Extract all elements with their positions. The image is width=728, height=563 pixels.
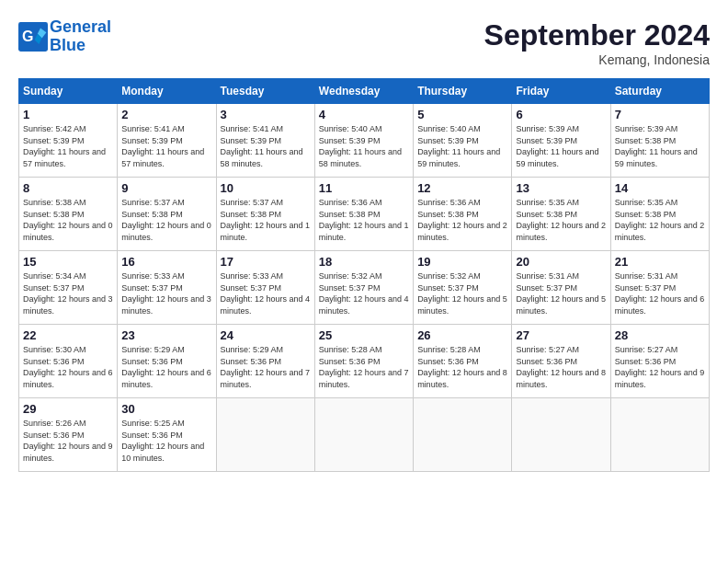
day-number: 1 — [23, 108, 113, 121]
day-number: 19 — [417, 255, 507, 269]
day-number: 2 — [121, 108, 211, 121]
calendar-cell: 30 Sunrise: 5:25 AM Sunset: 5:36 PM Dayl… — [118, 398, 216, 472]
day-number: 25 — [319, 328, 409, 342]
day-info: Sunrise: 5:33 AM Sunset: 5:37 PM Dayligh… — [121, 270, 211, 316]
day-info: Sunrise: 5:32 AM Sunset: 5:37 PM Dayligh… — [417, 270, 507, 316]
day-info: Sunrise: 5:30 AM Sunset: 5:36 PM Dayligh… — [23, 344, 113, 390]
day-info: Sunrise: 5:28 AM Sunset: 5:36 PM Dayligh… — [319, 344, 409, 390]
day-number: 11 — [319, 181, 409, 195]
day-info: Sunrise: 5:35 AM Sunset: 5:38 PM Dayligh… — [615, 197, 705, 243]
day-number: 12 — [417, 181, 507, 195]
calendar-cell: 26 Sunrise: 5:28 AM Sunset: 5:36 PM Dayl… — [414, 325, 512, 398]
calendar-row: 29 Sunrise: 5:26 AM Sunset: 5:36 PM Dayl… — [19, 398, 710, 472]
calendar-cell: 14 Sunrise: 5:35 AM Sunset: 5:38 PM Dayl… — [610, 178, 709, 251]
calendar-row: 8 Sunrise: 5:38 AM Sunset: 5:38 PM Dayli… — [19, 178, 710, 251]
calendar-row: 22 Sunrise: 5:30 AM Sunset: 5:36 PM Dayl… — [19, 325, 710, 398]
day-info: Sunrise: 5:33 AM Sunset: 5:37 PM Dayligh… — [221, 270, 311, 316]
calendar-row: 15 Sunrise: 5:34 AM Sunset: 5:37 PM Dayl… — [19, 251, 710, 325]
col-saturday: Saturday — [610, 79, 709, 104]
calendar-cell: 20 Sunrise: 5:31 AM Sunset: 5:37 PM Dayl… — [512, 251, 610, 325]
calendar-cell: 9 Sunrise: 5:37 AM Sunset: 5:38 PM Dayli… — [118, 178, 216, 251]
day-info: Sunrise: 5:31 AM Sunset: 5:37 PM Dayligh… — [615, 270, 705, 316]
day-info: Sunrise: 5:27 AM Sunset: 5:36 PM Dayligh… — [516, 344, 606, 390]
calendar-cell: 19 Sunrise: 5:32 AM Sunset: 5:37 PM Dayl… — [414, 251, 512, 325]
day-number: 5 — [417, 108, 507, 121]
day-number: 18 — [319, 255, 409, 269]
day-info: Sunrise: 5:29 AM Sunset: 5:36 PM Dayligh… — [221, 344, 311, 390]
day-number: 24 — [221, 328, 311, 342]
calendar-cell: 1 Sunrise: 5:42 AM Sunset: 5:39 PM Dayli… — [19, 104, 118, 178]
day-number: 21 — [615, 255, 705, 269]
calendar-cell: 23 Sunrise: 5:29 AM Sunset: 5:36 PM Dayl… — [118, 325, 216, 398]
calendar-cell: 16 Sunrise: 5:33 AM Sunset: 5:37 PM Dayl… — [118, 251, 216, 325]
day-number: 20 — [516, 255, 606, 269]
day-info: Sunrise: 5:25 AM Sunset: 5:36 PM Dayligh… — [121, 418, 211, 464]
calendar-row: 1 Sunrise: 5:42 AM Sunset: 5:39 PM Dayli… — [19, 104, 710, 178]
day-number: 27 — [516, 328, 606, 342]
day-info: Sunrise: 5:36 AM Sunset: 5:38 PM Dayligh… — [319, 197, 409, 243]
calendar-cell: 27 Sunrise: 5:27 AM Sunset: 5:36 PM Dayl… — [512, 325, 610, 398]
day-info: Sunrise: 5:31 AM Sunset: 5:37 PM Dayligh… — [516, 270, 606, 316]
day-info: Sunrise: 5:38 AM Sunset: 5:38 PM Dayligh… — [23, 197, 113, 243]
day-number: 8 — [23, 181, 113, 195]
calendar-cell: 4 Sunrise: 5:40 AM Sunset: 5:39 PM Dayli… — [314, 104, 413, 178]
day-number: 7 — [615, 108, 705, 121]
subtitle: Kemang, Indonesia — [484, 52, 710, 67]
calendar-cell: 24 Sunrise: 5:29 AM Sunset: 5:36 PM Dayl… — [216, 325, 314, 398]
calendar-cell — [216, 398, 314, 472]
day-number: 15 — [23, 255, 113, 269]
page: G General Blue September 2024 Kemang, In… — [0, 0, 728, 563]
calendar-cell: 6 Sunrise: 5:39 AM Sunset: 5:39 PM Dayli… — [512, 104, 610, 178]
calendar-cell: 22 Sunrise: 5:30 AM Sunset: 5:36 PM Dayl… — [19, 325, 118, 398]
day-info: Sunrise: 5:37 AM Sunset: 5:38 PM Dayligh… — [221, 197, 311, 243]
calendar-header-row: Sunday Monday Tuesday Wednesday Thursday… — [19, 79, 710, 104]
day-info: Sunrise: 5:41 AM Sunset: 5:39 PM Dayligh… — [121, 123, 211, 169]
calendar-cell — [512, 398, 610, 472]
calendar-cell: 18 Sunrise: 5:32 AM Sunset: 5:37 PM Dayl… — [314, 251, 413, 325]
calendar-cell: 28 Sunrise: 5:27 AM Sunset: 5:36 PM Dayl… — [610, 325, 709, 398]
day-info: Sunrise: 5:28 AM Sunset: 5:36 PM Dayligh… — [417, 344, 507, 390]
day-info: Sunrise: 5:27 AM Sunset: 5:36 PM Dayligh… — [615, 344, 705, 390]
day-info: Sunrise: 5:39 AM Sunset: 5:38 PM Dayligh… — [615, 123, 705, 169]
col-thursday: Thursday — [414, 79, 512, 104]
day-info: Sunrise: 5:39 AM Sunset: 5:39 PM Dayligh… — [516, 123, 606, 169]
calendar-cell — [414, 398, 512, 472]
col-wednesday: Wednesday — [314, 79, 413, 104]
col-friday: Friday — [512, 79, 610, 104]
day-number: 4 — [319, 108, 409, 121]
calendar-cell: 25 Sunrise: 5:28 AM Sunset: 5:36 PM Dayl… — [314, 325, 413, 398]
month-title: September 2024 — [484, 18, 710, 52]
day-info: Sunrise: 5:42 AM Sunset: 5:39 PM Dayligh… — [23, 123, 113, 169]
calendar-cell: 5 Sunrise: 5:40 AM Sunset: 5:39 PM Dayli… — [414, 104, 512, 178]
day-info: Sunrise: 5:29 AM Sunset: 5:36 PM Dayligh… — [121, 344, 211, 390]
day-info: Sunrise: 5:36 AM Sunset: 5:38 PM Dayligh… — [417, 197, 507, 243]
calendar-cell: 2 Sunrise: 5:41 AM Sunset: 5:39 PM Dayli… — [118, 104, 216, 178]
day-number: 22 — [23, 328, 113, 342]
calendar-cell — [314, 398, 413, 472]
day-info: Sunrise: 5:26 AM Sunset: 5:36 PM Dayligh… — [23, 418, 113, 464]
day-number: 9 — [121, 181, 211, 195]
day-number: 10 — [221, 181, 311, 195]
calendar-cell: 10 Sunrise: 5:37 AM Sunset: 5:38 PM Dayl… — [216, 178, 314, 251]
day-number: 29 — [23, 402, 113, 416]
calendar-cell: 15 Sunrise: 5:34 AM Sunset: 5:37 PM Dayl… — [19, 251, 118, 325]
day-number: 6 — [516, 108, 606, 121]
title-block: September 2024 Kemang, Indonesia — [484, 18, 710, 67]
col-tuesday: Tuesday — [216, 79, 314, 104]
col-monday: Monday — [118, 79, 216, 104]
day-number: 26 — [417, 328, 507, 342]
day-info: Sunrise: 5:37 AM Sunset: 5:38 PM Dayligh… — [121, 197, 211, 243]
calendar-cell: 3 Sunrise: 5:41 AM Sunset: 5:39 PM Dayli… — [216, 104, 314, 178]
day-info: Sunrise: 5:41 AM Sunset: 5:39 PM Dayligh… — [221, 123, 311, 169]
day-number: 28 — [615, 328, 705, 342]
day-number: 13 — [516, 181, 606, 195]
day-number: 14 — [615, 181, 705, 195]
logo: G General Blue — [18, 18, 111, 55]
calendar-cell: 8 Sunrise: 5:38 AM Sunset: 5:38 PM Dayli… — [19, 178, 118, 251]
day-info: Sunrise: 5:40 AM Sunset: 5:39 PM Dayligh… — [417, 123, 507, 169]
svg-text:G: G — [22, 29, 33, 44]
calendar-cell — [610, 398, 709, 472]
col-sunday: Sunday — [19, 79, 118, 104]
day-number: 30 — [121, 402, 211, 416]
calendar-cell: 12 Sunrise: 5:36 AM Sunset: 5:38 PM Dayl… — [414, 178, 512, 251]
